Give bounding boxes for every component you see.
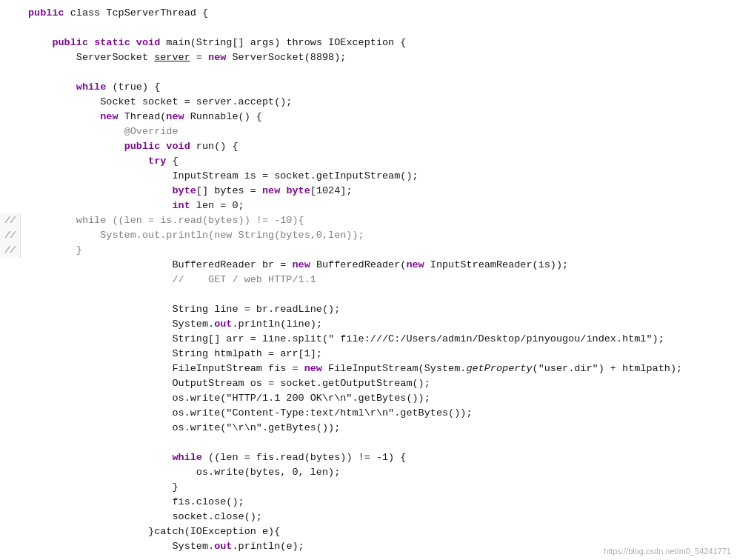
code-viewer: public class TcpServerThread { public st… [0,0,737,560]
line-content: Socket socket = server.accept(); [21,95,737,110]
line-gutter: // [0,243,21,258]
line-content: // GET / web HTTP/1.1 [21,273,737,287]
code-block: public class TcpServerThread { public st… [0,6,737,554]
line-content: }catch(IOException e){ [21,524,737,539]
line: @Override [0,124,737,139]
line: byte[] bytes = new byte[1024]; [0,184,737,199]
line-content: public static void main(String[] args) t… [21,36,737,50]
line-content: os.write("HTTP/1.1 200 OK\r\n".getBytes(… [21,391,737,406]
line-content: os.write("\r\n".getBytes()); [21,421,737,436]
line: while (true) { [0,80,737,95]
line-content: try { [21,154,737,169]
line: }catch(IOException e){ [0,524,737,539]
line-content: String htmlpath = arr[1]; [21,347,737,361]
line-content: System.out.println(line); [21,317,737,332]
line-content: OutputStream os = socket.getOutputStream… [21,376,737,391]
line-content: FileInputStream fis = new FileInputStrea… [21,361,737,376]
line: OutputStream os = socket.getOutputStream… [0,376,737,391]
line [0,287,737,302]
line-content: public void run() { [21,139,737,154]
line-content: int len = 0; [21,199,737,213]
line-content [21,65,737,80]
line: String[] arr = line.split(" file:///C:/U… [0,332,737,347]
line-content: while ((len = is.read(bytes)) != -10){ [21,213,737,228]
line-content: fis.close(); [21,495,737,510]
line: // } [0,243,737,258]
line: String htmlpath = arr[1]; [0,347,737,361]
line: } [0,480,737,495]
line-content [21,436,737,450]
line-gutter: // [0,213,21,228]
line: os.write("\r\n".getBytes()); [0,421,737,436]
line-content: String[] arr = line.split(" file:///C:/U… [21,332,737,347]
line-content: System.out.println(new String(bytes,0,le… [21,228,737,243]
line: new Thread(new Runnable() { [0,110,737,124]
line: try { [0,154,737,169]
line-content: byte[] bytes = new byte[1024]; [21,184,737,199]
line: // System.out.println(new String(bytes,0… [0,228,737,243]
line: fis.close(); [0,495,737,510]
line: public static void main(String[] args) t… [0,36,737,50]
line: FileInputStream fis = new FileInputStrea… [0,361,737,376]
line: public class TcpServerThread { [0,6,737,21]
line: int len = 0; [0,199,737,213]
line: Socket socket = server.accept(); [0,95,737,110]
line: while ((len = fis.read(bytes)) != -1) { [0,450,737,465]
line [0,21,737,36]
line-content: InputStream is = socket.getInputStream()… [21,169,737,184]
line [0,65,737,80]
line: // while ((len = is.read(bytes)) != -10)… [0,213,737,228]
line: os.write(bytes, 0, len); [0,465,737,480]
watermark: https://blog.csdn.net/m0_54241771 [604,547,731,556]
line: String line = br.readLine(); [0,302,737,317]
line-content: BufferedReader br = new BufferedReader(n… [21,258,737,273]
line-content: new Thread(new Runnable() { [21,110,737,124]
line-content: while ((len = fis.read(bytes)) != -1) { [21,450,737,465]
line-content [21,21,737,36]
line: BufferedReader br = new BufferedReader(n… [0,258,737,273]
line-content: @Override [21,124,737,139]
line-content: os.write("Content-Type:text/html\r\n".ge… [21,406,737,421]
line: InputStream is = socket.getInputStream()… [0,169,737,184]
line: // GET / web HTTP/1.1 [0,273,737,287]
line: System.out.println(line); [0,317,737,332]
line [0,436,737,450]
line: os.write("HTTP/1.1 200 OK\r\n".getBytes(… [0,391,737,406]
line-content: } [21,243,737,258]
line-content: public class TcpServerThread { [21,6,737,21]
line: ServerSocket server = new ServerSocket(8… [0,50,737,65]
line-content: } [21,480,737,495]
line: socket.close(); [0,510,737,524]
line-content [21,287,737,302]
line-content: ServerSocket server = new ServerSocket(8… [21,50,737,65]
line-content: os.write(bytes, 0, len); [21,465,737,480]
line-content: socket.close(); [21,510,737,524]
line: os.write("Content-Type:text/html\r\n".ge… [0,406,737,421]
line-gutter: // [0,228,21,243]
line-content: while (true) { [21,80,737,95]
line-content: String line = br.readLine(); [21,302,737,317]
line: public void run() { [0,139,737,154]
